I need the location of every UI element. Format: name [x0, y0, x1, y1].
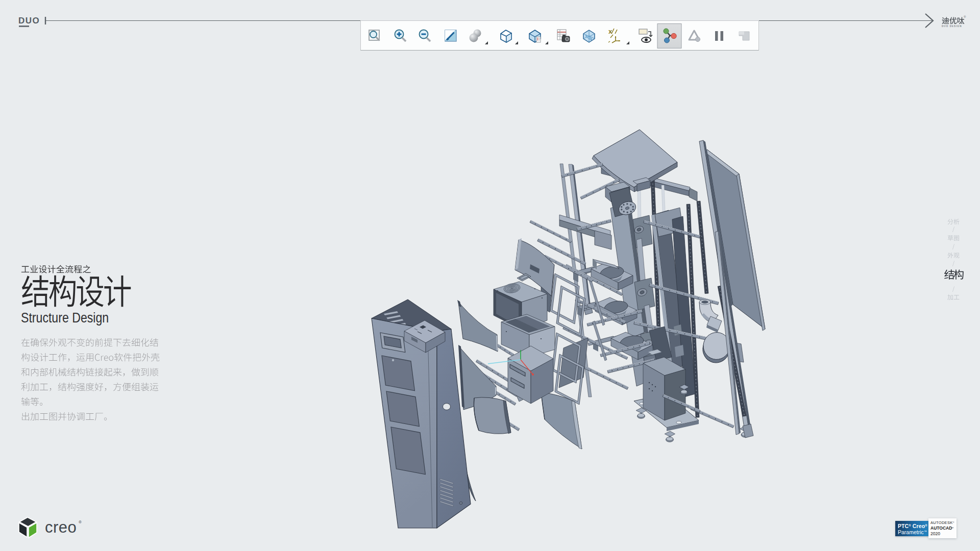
svg-text:x: x	[608, 28, 612, 35]
svg-text:creo: creo	[45, 518, 77, 536]
svg-text:®: ®	[79, 520, 82, 524]
